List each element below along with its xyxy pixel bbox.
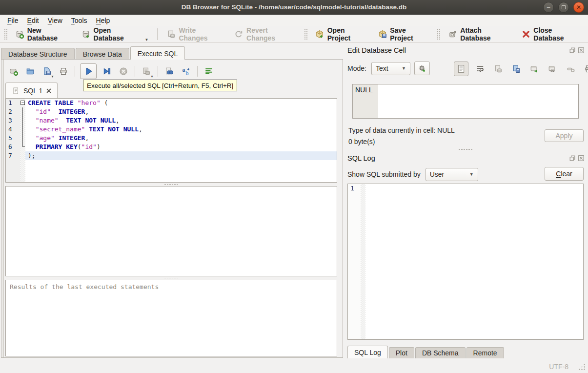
chevron-down-icon: ▼: [150, 75, 154, 78]
apply-button[interactable]: Apply: [545, 129, 584, 142]
tab-database-structure[interactable]: Database Structure: [1, 48, 75, 60]
apply-button-label: Apply: [555, 132, 572, 140]
line-number: 4: [6, 125, 20, 134]
set-null-button[interactable]: [564, 62, 577, 75]
attach-db-icon: [448, 29, 457, 39]
new-database-button-label: New Database: [27, 26, 72, 42]
log-line-number: 1: [348, 184, 361, 193]
db-open-icon: [81, 29, 91, 39]
write-changes-button-label: Write Changes: [179, 26, 224, 42]
fold-collapse-icon[interactable]: −: [20, 101, 25, 105]
stop-execution-button[interactable]: [117, 65, 130, 78]
tab-browse-data[interactable]: Browse Data: [76, 48, 129, 60]
chevron-down-icon: ▼: [144, 38, 148, 42]
print-sql-button[interactable]: [57, 65, 70, 78]
write-changes-button[interactable]: Write Changes: [162, 24, 228, 44]
save-results-button[interactable]: ▼: [140, 65, 153, 78]
sql-file-tab-label: SQL 1: [23, 87, 42, 95]
code-text: "secret_name" TEXT NOT NULL,: [25, 125, 337, 134]
import-data-button[interactable]: [492, 62, 505, 75]
open-project-button[interactable]: Open Project: [311, 24, 372, 44]
text-view-button[interactable]: [454, 62, 468, 76]
cell-null-strip: NULL: [353, 84, 378, 118]
attach-database-button[interactable]: Attach Database: [444, 24, 515, 44]
dock-tab-sql-log[interactable]: SQL Log: [347, 346, 388, 358]
sql-file-tab[interactable]: SQL 1: [5, 83, 58, 98]
new-sql-tab-button[interactable]: [7, 65, 20, 78]
replace-button[interactable]: ab: [180, 65, 192, 78]
revert-changes-button[interactable]: Revert Changes: [230, 24, 300, 44]
cell-type-label: Type of data currently in cell: NULL: [348, 126, 455, 134]
save-project-button[interactable]: Save Project: [374, 24, 433, 44]
close-button[interactable]: ✕: [573, 2, 584, 13]
maximize-button[interactable]: [558, 2, 569, 13]
execute-current-line-button[interactable]: [101, 65, 113, 78]
close-icon: ✕: [576, 4, 581, 10]
resize-grip[interactable]: [578, 363, 585, 370]
toolbar-separator: [158, 66, 158, 77]
open-in-external-button[interactable]: [528, 62, 541, 75]
attach-database-button-label: Attach Database: [460, 26, 511, 42]
code-line-4: 4 "secret_name" TEXT NOT NULL,: [6, 125, 337, 134]
find-button[interactable]: [163, 65, 176, 78]
line-number: 2: [6, 107, 20, 116]
minimize-button[interactable]: –: [543, 2, 554, 13]
cell-value-editor[interactable]: NULL: [352, 84, 579, 119]
log-filter-label: Show SQL submitted by: [347, 170, 421, 178]
close-dock-icon[interactable]: [578, 47, 585, 54]
float-dock-icon[interactable]: [569, 47, 576, 54]
dock-tab-remote[interactable]: Remote: [466, 347, 504, 358]
word-wrap-button[interactable]: [474, 62, 487, 75]
toolbar-grip[interactable]: [4, 28, 7, 40]
open-link-button[interactable]: [546, 62, 559, 75]
open-project-button-label: Open Project: [327, 26, 368, 42]
results-splitter[interactable]: [5, 276, 337, 280]
close-db-icon: [521, 29, 530, 39]
sql-file-tabbar: SQL 1: [5, 83, 58, 98]
menu-view[interactable]: View: [43, 16, 67, 25]
menu-tools[interactable]: Tools: [67, 16, 92, 25]
titlebar: DB Browser for SQLite - /home/user/code/…: [0, 0, 588, 15]
toolbar-grip[interactable]: [437, 28, 440, 40]
export-data-button[interactable]: [510, 62, 523, 75]
float-dock-icon[interactable]: [569, 155, 576, 162]
sql-code-editor[interactable]: 1−CREATE TABLE "hero" (2 "id" INTEGER,3 …: [5, 98, 337, 183]
chevron-down-icon: ▼: [51, 75, 54, 78]
save-sql-file-button[interactable]: ▼: [41, 65, 53, 78]
word-wrap-icon: [475, 64, 485, 74]
log-fold-margin: [361, 184, 365, 339]
print-icon: [584, 64, 588, 74]
editor-splitter[interactable]: [5, 183, 337, 186]
tab-execute-sql[interactable]: Execute SQL: [130, 46, 185, 60]
close-database-button[interactable]: Close Database: [517, 24, 586, 44]
auto-apply-button[interactable]: [414, 62, 430, 75]
clear-log-button[interactable]: Clear: [545, 167, 584, 181]
close-dock-icon[interactable]: [578, 155, 585, 162]
open-sql-file-button[interactable]: [24, 65, 37, 78]
menu-help[interactable]: Help: [92, 16, 115, 25]
dock-splitter[interactable]: [347, 148, 584, 151]
toolbar-separator: [197, 66, 198, 77]
close-tab-icon[interactable]: [45, 87, 52, 94]
execute-all-button[interactable]: [80, 63, 97, 79]
project-open-icon: [315, 29, 324, 39]
code-lines: 1−CREATE TABLE "hero" (2 "id" INTEGER,3 …: [6, 99, 337, 160]
code-text: PRIMARY KEY("id"): [25, 143, 337, 151]
toolbar-grip[interactable]: [304, 28, 307, 40]
new-database-button[interactable]: New Database: [11, 24, 76, 44]
mode-combobox[interactable]: Text ▼: [371, 62, 410, 75]
export-data-icon: [511, 64, 521, 74]
close-database-button-label: Close Database: [533, 26, 582, 42]
open-database-button[interactable]: Open Database▼: [78, 24, 153, 44]
clear-button-label: Clear: [556, 170, 572, 178]
menu-edit[interactable]: Edit: [23, 16, 43, 25]
print-cell-button[interactable]: [582, 62, 588, 75]
dock-tab-db-schema[interactable]: DB Schema: [415, 347, 466, 358]
format-sql-button[interactable]: [203, 65, 215, 78]
log-filter-combobox[interactable]: User ▼: [426, 168, 478, 181]
code-text: "age" INTEGER,: [25, 134, 337, 143]
results-message-box: Results of the last executed statements: [5, 280, 337, 356]
play-line-icon: [102, 66, 112, 76]
dock-tab-plot[interactable]: Plot: [389, 347, 414, 358]
menu-file[interactable]: File: [3, 16, 23, 25]
